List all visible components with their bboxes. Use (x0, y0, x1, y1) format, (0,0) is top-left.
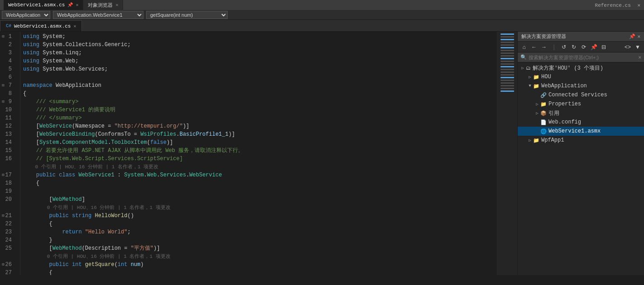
title-bar-close-icon[interactable]: ✕ (637, 3, 640, 8)
tree-arrow-icon[interactable]: ▷ (534, 111, 540, 116)
toolbar-refresh-btn[interactable]: ⟳ (579, 43, 588, 51)
token-text-normal: )] (153, 244, 160, 252)
collapse-icon[interactable]: ⊟ (1, 34, 5, 39)
tree-arrow-icon[interactable]: ▷ (527, 138, 533, 143)
tree-item[interactable]: ▷📁Properties (518, 100, 644, 109)
line-number: 5 (0, 65, 15, 73)
tree-item[interactable]: ▷📦引用 (518, 109, 644, 118)
search-input[interactable] (529, 55, 636, 60)
code-line: public class WebService1 : System.Web.Se… (20, 171, 497, 179)
tree-item[interactable]: ▷📁WpfApp1 (518, 136, 644, 145)
token-method: getSquare (85, 261, 114, 269)
line-number (0, 252, 15, 261)
token-text-normal: (Namespace = (72, 122, 114, 130)
line-number: 14 (0, 138, 15, 147)
tree-item-icon: 📁 (533, 138, 539, 143)
collapse-icon[interactable]: ⊟ (1, 214, 5, 218)
token-text-normal: { (23, 90, 26, 98)
indent-space (23, 195, 49, 204)
editor-minimap (497, 32, 517, 275)
title-tab-webservice[interactable]: WebService1.asmx.cs 📌 ✕ (4, 0, 83, 10)
tree-item-icon: 🔗 (540, 92, 547, 98)
toolbar-code-btn[interactable]: <> (623, 43, 632, 51)
tree-arrow-icon[interactable]: ▷ (527, 75, 533, 80)
line-number: 23 (0, 228, 15, 236)
token-string: "http://tempuri.org/" (114, 122, 183, 130)
token-comment: /// <summary> (36, 98, 79, 106)
collapse-icon[interactable]: ⊟ (1, 83, 5, 88)
code-line: // 若要允许使用 ASP.NET AJAX 从脚本中调用此 Web 服务，请取… (20, 147, 497, 155)
token-text-normal: ( (147, 138, 150, 147)
token-text-normal: ; (127, 228, 130, 236)
token-kw: false (150, 138, 167, 147)
toolbar-forward-btn[interactable]: → (539, 43, 549, 51)
tree-item-label: Web.config (549, 119, 581, 125)
reference-cs-label: Reference.cs (595, 3, 631, 8)
code-editor[interactable]: 1⊟234567⊟89⊟1011121314151617⊟18192021⊟22… (0, 32, 517, 275)
token-class-name: WebMethod (52, 195, 82, 204)
token-text-normal: )] (183, 122, 189, 130)
token-text-normal: ] (82, 195, 85, 204)
panel-title: 解决方案资源管理器 📌 ✕ (518, 32, 644, 42)
token-string: "Hello World" (85, 228, 128, 236)
code-line (20, 73, 497, 81)
title-tab-browser[interactable]: 对象浏览器 ✕ (83, 0, 123, 10)
toolbar-redo-btn[interactable]: ↻ (569, 43, 578, 51)
toolbar-collapse-btn[interactable]: ⊟ (599, 43, 608, 51)
token-text-normal: : (114, 171, 124, 179)
tree-item-icon: 📄 (540, 119, 547, 125)
tree-item[interactable]: 🌐WebService1.asmx (518, 127, 644, 136)
token-text-normal (69, 261, 72, 269)
collapse-icon[interactable]: ⊟ (1, 173, 5, 177)
tree-arrow-icon[interactable]: ▷ (534, 102, 540, 107)
token-text-normal: } (49, 236, 52, 244)
title-bar: WebService1.asmx.cs 📌 ✕ 对象浏览器 ✕ Referenc… (0, 0, 644, 10)
toolbar-pin-btn[interactable]: 📌 (589, 43, 598, 51)
editor-tab-webservice[interactable]: C# WebService1.asmx.cs ✕ (0, 20, 82, 31)
code-line: namespace WebApplication (20, 81, 497, 90)
method-dropdown[interactable]: getSquare(int num) (146, 11, 228, 19)
token-text-normal: { (49, 220, 52, 228)
tree-item[interactable]: ▷📁HOU (518, 72, 644, 81)
token-text-normal: [ (36, 138, 39, 147)
title-tab-pin-icon[interactable]: 📌 (67, 2, 73, 8)
line-number: 6 (0, 73, 15, 81)
tree-item[interactable]: 🔗Connected Services (518, 90, 644, 100)
token-kw: int (118, 261, 128, 269)
tree-arrow-icon[interactable]: ▼ (527, 84, 533, 88)
panel-toolbar: ⌂ ← → | ↺ ↻ ⟳ 📌 ⊟ <> ▼ (518, 42, 644, 52)
toolbar-back-btn[interactable]: ← (530, 43, 539, 51)
token-class-name: WebService (189, 171, 222, 179)
member-dropdown[interactable]: WebApplication.WebService1 (53, 11, 143, 19)
toolbar-home-btn[interactable]: ⌂ (520, 43, 529, 51)
token-kw: int (72, 261, 82, 269)
title-tab-browser-close-icon[interactable]: ✕ (115, 2, 118, 8)
title-tab-close-icon[interactable]: ✕ (76, 2, 78, 8)
token-class-name: Web (147, 171, 157, 179)
collapse-icon[interactable]: ⊟ (1, 262, 5, 267)
tree-arrow-icon[interactable]: ▷ (520, 66, 526, 71)
toolbar-more-btn[interactable]: ▼ (633, 43, 642, 51)
token-kw: public (36, 171, 56, 179)
panel-close-icon[interactable]: ✕ (637, 33, 640, 39)
panel-pin-icon[interactable]: 📌 (629, 33, 635, 39)
token-text-normal: [ (49, 244, 52, 252)
token-kw: public (49, 261, 69, 269)
code-lines: using System;using System.Collections.Ge… (20, 32, 497, 275)
token-class-name: WebService (39, 122, 72, 130)
tree-item-label: WebService1.asmx (549, 128, 601, 134)
toolbar-undo-btn[interactable]: ↺ (559, 43, 568, 51)
tree-item[interactable]: ▼📁WebApplication (518, 81, 644, 90)
line-number: 13 (0, 130, 15, 138)
collapse-icon[interactable]: ⊟ (1, 100, 5, 104)
search-clear-icon[interactable]: ✕ (638, 54, 641, 60)
token-text-normal (69, 212, 72, 220)
line-number: 21⊟ (0, 212, 15, 220)
class-dropdown[interactable]: WebApplication (2, 11, 50, 19)
minimap-line (501, 77, 514, 78)
tree-item[interactable]: 📄Web.config (518, 118, 644, 127)
tree-item-label: 解决方案'HOU' (3 个项目) (533, 64, 603, 72)
editor-tab-close-icon[interactable]: ✕ (73, 24, 76, 29)
tree-item[interactable]: ▷🗂解决方案'HOU' (3 个项目) (518, 63, 644, 72)
code-line: { (20, 90, 497, 98)
